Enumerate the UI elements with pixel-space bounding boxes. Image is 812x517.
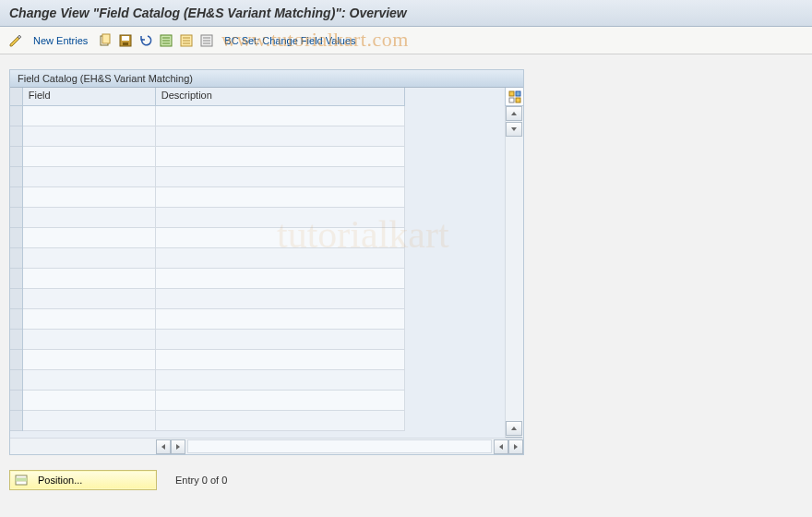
row-selector[interactable] — [10, 187, 22, 208]
cell-field[interactable] — [23, 228, 156, 247]
save-icon[interactable] — [117, 32, 134, 49]
table-row[interactable] — [23, 309, 405, 330]
cell-field[interactable] — [23, 147, 156, 166]
scroll-down-icon[interactable] — [506, 122, 522, 137]
table-row[interactable] — [23, 411, 405, 431]
row-selector[interactable] — [10, 330, 22, 350]
row-selector[interactable] — [10, 309, 22, 330]
row-selector[interactable] — [10, 228, 22, 248]
table-row[interactable] — [23, 106, 405, 126]
scroll-right-icon[interactable] — [508, 439, 523, 454]
cell-description[interactable] — [156, 289, 405, 308]
copy-as-icon[interactable] — [97, 32, 113, 49]
position-button[interactable]: Position... — [9, 470, 157, 490]
cell-description[interactable] — [156, 228, 405, 247]
row-selector[interactable] — [10, 411, 22, 431]
scroll-right-icon[interactable] — [171, 439, 185, 454]
table-row[interactable] — [23, 289, 405, 309]
table-row[interactable] — [23, 330, 405, 350]
table-row[interactable] — [23, 370, 405, 391]
cell-description[interactable] — [156, 330, 405, 349]
cell-field[interactable] — [23, 370, 156, 390]
scroll-left-icon[interactable] — [156, 439, 171, 454]
cell-field[interactable] — [23, 187, 156, 207]
cell-description[interactable] — [156, 106, 405, 126]
row-selector[interactable] — [10, 391, 22, 411]
table-row[interactable] — [23, 350, 405, 370]
hscroll-spacer — [10, 439, 156, 454]
cell-description[interactable] — [156, 167, 405, 186]
new-entries-button[interactable]: New Entries — [33, 35, 88, 46]
svg-rect-4 — [123, 42, 128, 45]
svg-rect-1 — [102, 34, 110, 43]
row-selector[interactable] — [10, 208, 22, 228]
table-settings-icon[interactable] — [505, 88, 523, 106]
bc-set-button[interactable]: BC Set: Change Field Values — [224, 35, 355, 46]
row-selector[interactable] — [10, 106, 22, 126]
scroll-up-icon[interactable] — [506, 106, 522, 121]
cell-description[interactable] — [156, 309, 405, 329]
svg-rect-13 — [16, 478, 27, 481]
entry-count-text: Entry 0 of 0 — [175, 475, 227, 486]
row-selector[interactable] — [10, 248, 22, 269]
toggle-display-change-icon[interactable] — [7, 32, 24, 49]
table-row[interactable] — [23, 391, 405, 411]
cell-field[interactable] — [23, 330, 156, 349]
cell-field[interactable] — [23, 269, 156, 288]
cell-field[interactable] — [23, 248, 156, 268]
cell-field[interactable] — [23, 106, 156, 126]
row-selector[interactable] — [10, 126, 22, 147]
cell-field[interactable] — [23, 167, 156, 186]
row-selector-column — [10, 88, 23, 431]
cell-description[interactable] — [156, 147, 405, 166]
footer-bar: Position... Entry 0 of 0 — [0, 459, 812, 501]
cell-description[interactable] — [156, 411, 405, 430]
horizontal-scrollbar[interactable] — [10, 438, 523, 454]
panel-title: Field Catalog (EH&S Variant Matching) — [10, 70, 523, 88]
cell-description[interactable] — [156, 248, 405, 268]
vertical-scrollbar[interactable] — [505, 106, 523, 451]
table-row[interactable] — [23, 167, 405, 187]
cell-description[interactable] — [156, 269, 405, 288]
cell-description[interactable] — [156, 350, 405, 369]
table-row[interactable] — [23, 147, 405, 167]
scroll-up-icon[interactable] — [506, 421, 522, 436]
table-row[interactable] — [23, 269, 405, 289]
cell-field[interactable] — [23, 350, 156, 369]
position-icon — [14, 473, 29, 487]
row-selector[interactable] — [10, 167, 22, 187]
table-row[interactable] — [23, 187, 405, 208]
table-row[interactable] — [23, 208, 405, 228]
select-block-icon[interactable] — [178, 32, 195, 49]
cell-description[interactable] — [156, 126, 405, 146]
cell-field[interactable] — [23, 208, 156, 227]
cell-field[interactable] — [23, 289, 156, 308]
table-row[interactable] — [23, 248, 405, 269]
table-grid: Field Description — [23, 88, 405, 431]
row-selector[interactable] — [10, 269, 22, 289]
undo-change-icon[interactable] — [137, 32, 154, 49]
cell-description[interactable] — [156, 208, 405, 227]
column-header-field[interactable]: Field — [23, 88, 156, 105]
table-row[interactable] — [23, 228, 405, 248]
row-selector-header[interactable] — [10, 88, 22, 106]
cell-description[interactable] — [156, 370, 405, 390]
cell-field[interactable] — [23, 126, 156, 146]
select-all-icon[interactable] — [158, 32, 174, 49]
row-selector[interactable] — [10, 289, 22, 309]
row-selector[interactable] — [10, 370, 22, 391]
row-selector[interactable] — [10, 350, 22, 370]
table-row[interactable] — [23, 126, 405, 147]
cell-description[interactable] — [156, 187, 405, 207]
scroll-left-icon[interactable] — [494, 439, 508, 454]
row-selector[interactable] — [10, 147, 22, 167]
cell-field[interactable] — [23, 411, 156, 430]
hscroll-track[interactable] — [187, 439, 492, 453]
svg-rect-11 — [516, 98, 520, 102]
deselect-all-icon[interactable] — [198, 32, 215, 49]
column-header-description[interactable]: Description — [156, 88, 405, 105]
cell-field[interactable] — [23, 309, 156, 329]
cell-description[interactable] — [156, 391, 405, 410]
table-body — [23, 106, 405, 431]
cell-field[interactable] — [23, 391, 156, 410]
